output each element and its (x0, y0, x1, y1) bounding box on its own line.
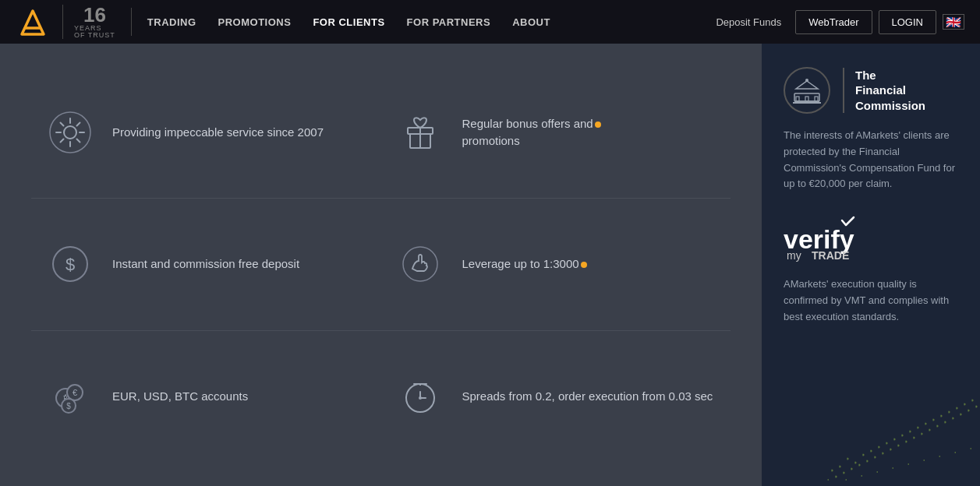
svg-point-21 (419, 396, 422, 400)
svg-text:$: $ (65, 255, 75, 274)
logo-area (16, 5, 50, 39)
years-number: 16 (83, 5, 106, 25)
svg-point-69 (975, 406, 978, 408)
svg-point-73 (876, 471, 878, 473)
wave-decoration (824, 393, 980, 486)
feature-deposit: $ Instant and commission free deposit (31, 199, 381, 330)
years-label: YEARSOF TRUST (74, 25, 115, 39)
financial-commission-header: The Financial Commission (784, 67, 958, 114)
svg-point-75 (907, 463, 909, 465)
feature-service-text: Providing impeccable service since 2007 (112, 124, 324, 142)
nav-trading[interactable]: TRADING (138, 12, 206, 33)
sidebar: The Financial Commission The interests o… (762, 44, 980, 486)
svg-point-65 (944, 421, 946, 424)
svg-point-58 (890, 449, 892, 451)
language-flag-button[interactable]: 🇬🇧 (943, 14, 964, 30)
svg-point-76 (923, 460, 925, 461)
logo-icon (16, 5, 50, 39)
feature-spreads: Spreads from 0.2, order execution from 0… (381, 331, 731, 463)
years-badge: 16 YEARSOF TRUST (62, 5, 115, 39)
svg-rect-26 (805, 97, 808, 101)
deposit-funds-link[interactable]: Deposit Funds (708, 12, 789, 33)
svg-point-46 (940, 415, 943, 417)
svg-marker-0 (22, 11, 44, 34)
svg-point-54 (858, 464, 861, 467)
svg-point-60 (905, 441, 907, 443)
verify-logo: verify my TRADE (784, 214, 958, 264)
svg-point-57 (882, 453, 884, 455)
svg-point-49 (964, 403, 966, 406)
svg-point-42 (909, 431, 911, 433)
hand-icon (397, 241, 444, 287)
hero-section: Providing impeccable service since 2007 … (0, 44, 980, 486)
svg-point-50 (971, 400, 974, 402)
svg-point-55 (866, 460, 869, 463)
login-button[interactable]: LOGIN (879, 10, 936, 34)
svg-point-74 (892, 467, 893, 469)
svg-point-56 (874, 456, 876, 459)
feature-leverage: Leverage up to 1:3000 (381, 199, 731, 330)
financial-commission-desc: The interests of AMarkets' clients are p… (784, 128, 958, 192)
svg-point-32 (831, 470, 833, 472)
nav-promotions[interactable]: PROMOTIONS (209, 12, 301, 33)
svg-point-59 (897, 445, 900, 447)
svg-text:TRADE: TRADE (812, 249, 849, 262)
navbar: 16 YEARSOF TRUST TRADING PROMOTIONS FOR … (0, 0, 980, 44)
svg-point-40 (893, 438, 896, 441)
dollar-icon: $ (47, 241, 94, 287)
webtrader-button[interactable]: WebTrader (795, 10, 872, 34)
svg-point-35 (854, 462, 857, 464)
feature-bonus: Regular bonus offers andpromotions (381, 67, 731, 199)
svg-point-61 (913, 437, 915, 439)
svg-point-33 (839, 466, 841, 468)
svg-point-48 (956, 407, 958, 410)
svg-point-9 (403, 247, 437, 281)
svg-rect-22 (794, 93, 819, 101)
svg-point-71 (845, 479, 847, 481)
svg-text:€: € (73, 388, 77, 397)
feature-service: Providing impeccable service since 2007 (31, 67, 381, 199)
svg-point-68 (968, 410, 970, 412)
feature-accounts-text: EUR, USD, BTC accounts (112, 388, 248, 406)
svg-point-52 (843, 472, 845, 474)
nav-about[interactable]: ABOUT (503, 12, 560, 33)
svg-text:my: my (787, 249, 801, 262)
svg-point-39 (886, 442, 888, 445)
feature-spreads-text: Spreads from 0.2, order execution from 0… (462, 388, 713, 406)
svg-text:$: $ (66, 402, 71, 410)
svg-rect-25 (796, 97, 799, 101)
svg-point-37 (870, 450, 872, 453)
svg-point-47 (948, 411, 950, 414)
svg-point-53 (851, 468, 853, 470)
coins-icon: ₿ € $ (47, 373, 94, 420)
nav-links: TRADING PROMOTIONS FOR CLIENTS FOR PARTN… (138, 12, 709, 33)
feature-bonus-text: Regular bonus offers andpromotions (462, 115, 601, 150)
svg-point-67 (960, 414, 962, 416)
svg-rect-27 (815, 97, 818, 101)
svg-point-44 (925, 423, 927, 425)
svg-point-63 (929, 429, 931, 431)
nav-for-partners[interactable]: FOR PARTNERS (398, 12, 501, 33)
main-content: Providing impeccable service since 2007 … (0, 44, 762, 486)
nav-for-clients[interactable]: FOR CLIENTS (303, 12, 394, 33)
svg-point-36 (862, 454, 865, 456)
feature-accounts: ₿ € $ EUR, USD, BTC accounts (31, 331, 381, 463)
svg-point-64 (936, 425, 939, 428)
verify-section: verify my TRADE AMarkets' execution qual… (784, 214, 958, 325)
svg-point-41 (901, 435, 904, 437)
svg-point-43 (917, 427, 919, 429)
nav-divider (131, 8, 132, 36)
clock-icon (397, 373, 444, 420)
svg-point-34 (847, 458, 849, 460)
financial-commission-logo (784, 67, 830, 114)
svg-point-78 (954, 452, 956, 453)
svg-point-51 (835, 476, 837, 478)
svg-point-28 (805, 79, 808, 82)
svg-point-38 (878, 446, 880, 449)
gift-icon (397, 109, 444, 156)
leverage-orange-dot (581, 262, 587, 268)
financial-commission-title: The Financial Commission (843, 68, 925, 114)
verify-desc: AMarkets' execution quality is confirmed… (784, 276, 958, 325)
svg-point-3 (64, 126, 76, 139)
svg-point-70 (827, 479, 829, 481)
